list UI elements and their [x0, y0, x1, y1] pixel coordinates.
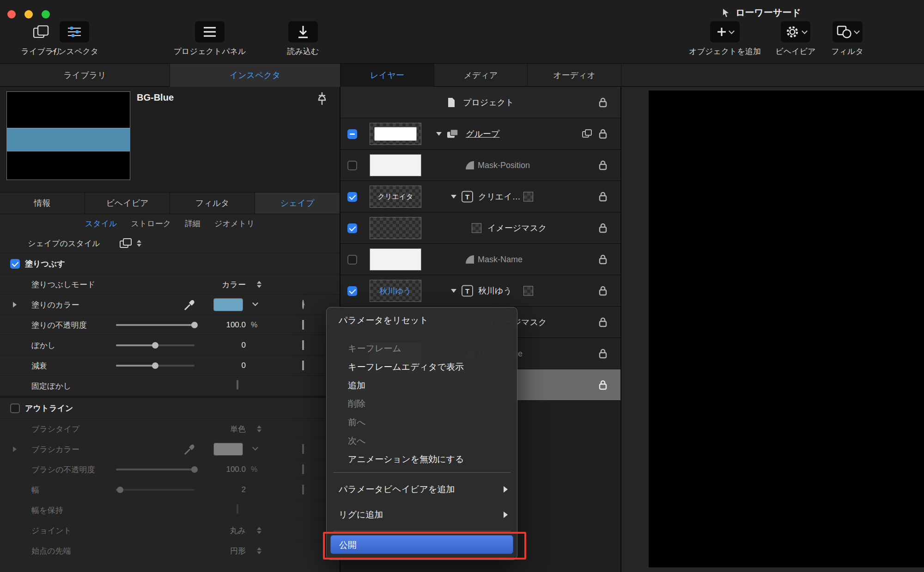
lock-toggle[interactable]: [599, 223, 607, 234]
inspector-tab-shape[interactable]: シェイプ: [255, 193, 340, 214]
library-button[interactable]: [26, 21, 56, 42]
layer-label[interactable]: イメージマスク: [487, 223, 547, 234]
chevron-down-icon[interactable]: [252, 445, 258, 451]
falloff-keyframe-button[interactable]: [302, 361, 304, 370]
disclosure-down-icon[interactable]: [451, 289, 456, 293]
layer-row-text-akikawa[interactable]: 秋川ゆう 秋川ゆう: [340, 275, 620, 307]
fill-opacity-keyframe-button[interactable]: [302, 321, 304, 329]
fill-color-swatch[interactable]: [213, 298, 243, 311]
subtab-stroke[interactable]: ストローク: [131, 218, 171, 229]
mask-shape-icon: [465, 254, 475, 265]
inspector-button[interactable]: [60, 21, 89, 42]
layer-activate-checkbox[interactable]: [347, 192, 357, 202]
brush-opacity-keyframe-button[interactable]: [302, 465, 304, 474]
pin-button[interactable]: [316, 91, 328, 106]
fill-checkbox[interactable]: [10, 259, 20, 269]
feather-value[interactable]: 0: [166, 341, 246, 350]
layer-row-mask-name-1[interactable]: Mask-Name: [340, 244, 620, 275]
layer-label[interactable]: 秋川ゆう: [478, 285, 512, 296]
lock-toggle[interactable]: [599, 97, 607, 108]
add-object-button[interactable]: [710, 21, 740, 42]
start-cap-value[interactable]: 円形: [166, 546, 246, 556]
joint-stepper[interactable]: [257, 527, 261, 534]
layer-activate-checkbox[interactable]: [347, 255, 357, 265]
lock-toggle[interactable]: [599, 348, 607, 359]
subtab-style[interactable]: スタイル: [85, 218, 117, 229]
lock-toggle[interactable]: [599, 317, 607, 328]
layer-row-image-mask-1[interactable]: イメージマスク: [340, 212, 620, 244]
filters-button[interactable]: [833, 21, 863, 42]
layer-row-text-creator[interactable]: クリエイタ クリエイ…: [340, 181, 620, 212]
layer-label[interactable]: クリエイ…: [478, 191, 521, 202]
disclosure-down-icon[interactable]: [451, 195, 456, 199]
fixed-feather-checkbox[interactable]: [237, 380, 238, 390]
disclosure-right-icon[interactable]: [13, 302, 17, 307]
project-panel-button[interactable]: [195, 21, 225, 42]
layer-activate-checkbox[interactable]: [347, 223, 357, 233]
inspector-tab-behaviors[interactable]: ビヘイビア: [85, 193, 170, 214]
disclosure-down-icon[interactable]: [436, 132, 442, 136]
import-button[interactable]: [288, 21, 318, 42]
menu-item-keyframe: キーフレーム: [327, 339, 517, 358]
zoom-button[interactable]: [42, 10, 50, 18]
tab-library[interactable]: ライブラリ: [0, 64, 170, 87]
fill-opacity-value[interactable]: 100.0: [166, 320, 246, 330]
menu-item-add-to-rig[interactable]: リグに追加: [327, 502, 517, 527]
menu-item-show-in-keyframe-editor[interactable]: キーフレームエディタで表示: [327, 358, 517, 376]
brush-color-keyframe-button[interactable]: [302, 445, 304, 453]
canvas-viewport[interactable]: [649, 90, 924, 567]
fill-mode-value[interactable]: カラー: [166, 279, 246, 289]
lock-toggle[interactable]: [599, 254, 607, 265]
lock-toggle[interactable]: [599, 128, 607, 139]
outline-checkbox[interactable]: [10, 403, 20, 413]
inspector-tab-filters[interactable]: フィルタ: [170, 193, 255, 214]
layer-row-mask-position[interactable]: Mask-Position: [340, 150, 620, 181]
toolbar-import-group: 読み込む: [288, 21, 318, 57]
layer-row-group[interactable]: グループ: [340, 118, 620, 150]
start-cap-stepper[interactable]: [257, 548, 261, 554]
lock-toggle[interactable]: [599, 379, 607, 391]
layer-label[interactable]: グループ: [466, 128, 499, 139]
inspector-tab-info[interactable]: 情報: [0, 193, 85, 214]
chevron-down-icon[interactable]: [252, 300, 258, 306]
preserve-width-checkbox[interactable]: [237, 504, 238, 514]
fill-mode-stepper[interactable]: [257, 281, 261, 288]
brush-opacity-value[interactable]: 100.0: [166, 465, 246, 474]
lock-toggle[interactable]: [599, 191, 607, 202]
subtab-advanced[interactable]: 詳細: [185, 218, 201, 229]
lock-toggle[interactable]: [599, 285, 607, 296]
menu-item-reset-parameter[interactable]: パラメータをリセット: [327, 311, 517, 330]
layer-activate-checkbox[interactable]: [347, 129, 357, 139]
falloff-value[interactable]: 0: [166, 361, 246, 370]
layer-row-project[interactable]: プロジェクト: [340, 87, 620, 118]
width-keyframe-button[interactable]: [302, 486, 304, 494]
shape-style-preset-button[interactable]: [120, 238, 133, 249]
eyedropper-button[interactable]: [183, 299, 196, 312]
brush-opacity-label: ブラシの不透明度: [31, 464, 95, 475]
disclosure-right-icon[interactable]: [13, 446, 17, 452]
tab-inspector[interactable]: インスペクタ: [170, 64, 340, 87]
subtab-geometry[interactable]: ジオメトリ: [214, 218, 255, 229]
brush-type-stepper[interactable]: [257, 425, 261, 432]
tab-media[interactable]: メディア: [434, 64, 528, 87]
brush-color-swatch[interactable]: [213, 443, 243, 456]
menu-item-disable-animation[interactable]: アニメーションを無効にする: [327, 450, 517, 469]
fill-color-animation-button[interactable]: [302, 301, 304, 309]
joint-value[interactable]: 丸み: [166, 525, 246, 536]
feather-keyframe-button[interactable]: [302, 341, 304, 349]
minimize-button[interactable]: [24, 10, 33, 18]
menu-item-add-parameter-behavior[interactable]: パラメータビヘイビアを追加: [327, 476, 517, 502]
tab-audio[interactable]: オーディオ: [528, 64, 621, 87]
tab-layers[interactable]: レイヤー: [340, 64, 434, 87]
menu-item-add[interactable]: 追加: [327, 376, 517, 395]
import-button-label: 読み込む: [287, 46, 319, 57]
width-value[interactable]: 2: [166, 485, 246, 494]
close-button[interactable]: [7, 10, 16, 18]
lock-toggle[interactable]: [599, 160, 607, 171]
brush-type-value[interactable]: 単色: [166, 423, 246, 434]
behaviors-button[interactable]: [781, 21, 810, 42]
layer-activate-checkbox[interactable]: [347, 161, 357, 170]
shape-style-stepper[interactable]: [137, 240, 141, 247]
layer-activate-checkbox[interactable]: [347, 286, 357, 296]
eyedropper-button[interactable]: [183, 443, 196, 456]
